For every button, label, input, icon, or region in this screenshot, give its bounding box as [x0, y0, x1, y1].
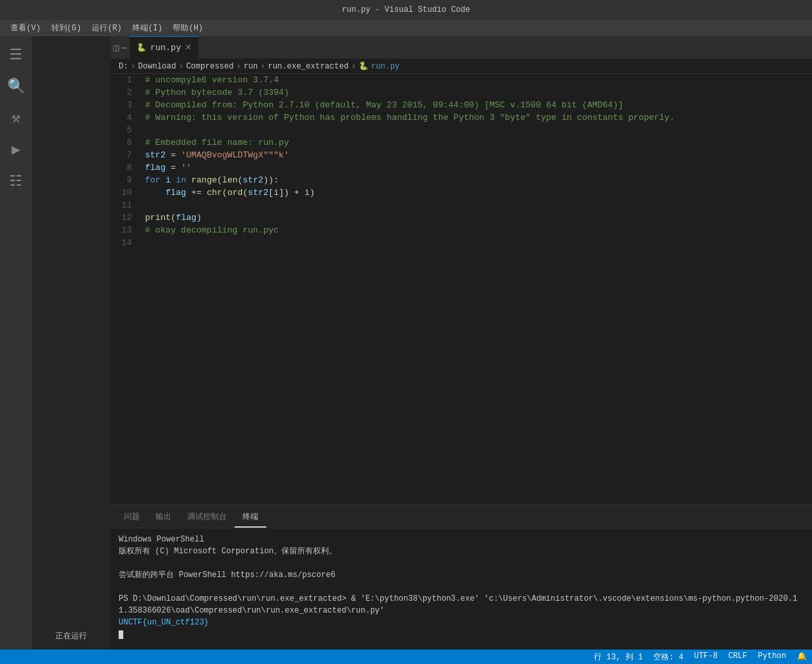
code-line-13: # okay decompiling run.pyc: [145, 224, 809, 236]
code-line-10: flag += chr(ord(str2[i]) + i): [145, 186, 809, 199]
breadcrumb-filename: run.py: [371, 62, 399, 71]
panel-tabs: 问题 输出 调试控制台 终端: [111, 505, 812, 528]
tab-run-py[interactable]: 🐍 run.py ×: [130, 36, 198, 59]
terminal-cursor-line: [119, 628, 804, 640]
sidebar: 正在运行: [32, 36, 111, 650]
panel-tab-terminal[interactable]: 终端: [235, 507, 266, 528]
menu-item-view[interactable]: 查看(V): [5, 22, 46, 34]
terminal-line-3: [119, 557, 804, 569]
code-content: # uncompyle6 version 3.7.4 # Python byte…: [142, 74, 812, 505]
tab-bar: ◫ ⋯ 🐍 run.py ×: [111, 36, 812, 59]
extensions-icon[interactable]: ☷: [0, 165, 32, 197]
search-icon[interactable]: 🔍: [0, 70, 32, 102]
panel-tab-problems[interactable]: 问题: [116, 507, 148, 528]
sidebar-content: 正在运行: [32, 36, 111, 650]
breadcrumb-compressed[interactable]: Compressed: [186, 62, 233, 71]
panel-tab-debug[interactable]: 调试控制台: [179, 507, 235, 528]
terminal-line-2: 版权所有 (C) Microsoft Corporation。保留所有权利。: [119, 545, 804, 557]
main-container: ☰ 🔍 ⚒ ▶ ☷ 正在运行 ◫ ⋯ 🐍 run.py × D: ›: [0, 36, 812, 650]
explorer-icon[interactable]: ☰: [0, 39, 32, 70]
activity-bar: ☰ 🔍 ⚒ ▶ ☷: [0, 36, 32, 650]
status-spaces: 空格: 4: [653, 651, 683, 663]
split-editor-icon[interactable]: ◫: [113, 42, 119, 53]
tab-close-button[interactable]: ×: [185, 43, 192, 53]
code-line-11: [145, 199, 809, 211]
editor-area: ◫ ⋯ 🐍 run.py × D: › Download › Compresse…: [111, 36, 812, 650]
status-bar: 行 13, 列 1 空格: 4 UTF-8 CRLF Python 🔔: [0, 650, 812, 664]
code-line-4: # Warning: this version of Python has pr…: [145, 111, 809, 124]
menu-item-run[interactable]: 运行(R): [86, 22, 127, 34]
more-actions-icon[interactable]: ⋯: [121, 42, 127, 53]
code-line-1: # uncompyle6 version 3.7.4: [145, 74, 809, 86]
menu-bar: 查看(V) 转到(G) 运行(R) 终端(I) 帮助(H): [0, 20, 812, 36]
status-right: 行 13, 列 1 空格: 4 UTF-8 CRLF Python 🔔: [594, 651, 807, 663]
line-numbers: 1 2 3 4 5 6 7 8 9 10 11 12 13 14: [111, 74, 142, 505]
title-text: run.py - Visual Studio Code: [342, 5, 470, 14]
breadcrumb-download: Download: [138, 62, 177, 71]
menu-item-terminal[interactable]: 终端(I): [127, 22, 168, 34]
panel: 问题 输出 调试控制台 终端 Windows PowerShell 版权所有 (…: [111, 505, 812, 650]
breadcrumb-file: 🐍 run.py: [359, 61, 399, 71]
terminal-line-1: Windows PowerShell: [119, 534, 804, 545]
breadcrumb-run-extracted: run.exe_extracted: [268, 62, 348, 71]
code-line-5: [145, 124, 809, 136]
terminal-output-flag: UNCTF{un_UN_ctf123}: [119, 617, 804, 628]
status-line-col: 行 13, 列 1: [594, 651, 643, 663]
panel-content[interactable]: Windows PowerShell 版权所有 (C) Microsoft Co…: [111, 528, 812, 650]
terminal-line-6: PS D:\Download\Compressed\run\run.exe_ex…: [119, 593, 804, 617]
terminal-cursor: [119, 630, 123, 639]
menu-item-goto[interactable]: 转到(G): [46, 22, 87, 34]
panel-tab-output[interactable]: 输出: [148, 507, 179, 528]
tab-filename: run.py: [150, 43, 181, 53]
status-eol: CRLF: [728, 651, 747, 663]
code-line-9: for i in range(len(str2)):: [145, 174, 809, 186]
source-control-icon[interactable]: ⚒: [0, 102, 32, 134]
menu-item-help[interactable]: 帮助(H): [167, 22, 208, 34]
debug-icon[interactable]: ▶: [0, 134, 32, 165]
code-line-3: # Decompiled from: Python 2.7.10 (defaul…: [145, 99, 809, 111]
tab-bar-actions: ◫ ⋯: [111, 42, 130, 53]
breadcrumb-file-icon: 🐍: [359, 61, 368, 71]
code-line-6: # Embedded file name: run.py: [145, 136, 809, 149]
code-line-12: print(flag): [145, 211, 809, 224]
status-bell-icon: 🔔: [797, 651, 807, 663]
terminal-line-4: 尝试新的跨平台 PowerShell https://aka.ms/pscore…: [119, 569, 804, 581]
code-line-7: str2 = 'UMAQBvogWLDTWgX"""k': [145, 149, 809, 161]
terminal-line-5: [119, 581, 804, 593]
title-bar: run.py - Visual Studio Code: [0, 0, 812, 20]
breadcrumb-d: D:: [119, 62, 128, 71]
code-editor[interactable]: 1 2 3 4 5 6 7 8 9 10 11 12 13 14 # uncom…: [111, 74, 812, 505]
python-file-icon: 🐍: [136, 43, 146, 53]
status-language: Python: [758, 651, 786, 663]
sidebar-status: 正在运行: [32, 628, 111, 644]
code-line-2: # Python bytecode 3.7 (3394): [145, 86, 809, 99]
status-encoding: UTF-8: [694, 651, 718, 663]
breadcrumb-run: run: [244, 62, 258, 71]
code-line-8: flag = '': [145, 161, 809, 174]
breadcrumb: D: › Download › Compressed › run › run.e…: [111, 59, 812, 74]
code-line-14: [145, 236, 809, 249]
